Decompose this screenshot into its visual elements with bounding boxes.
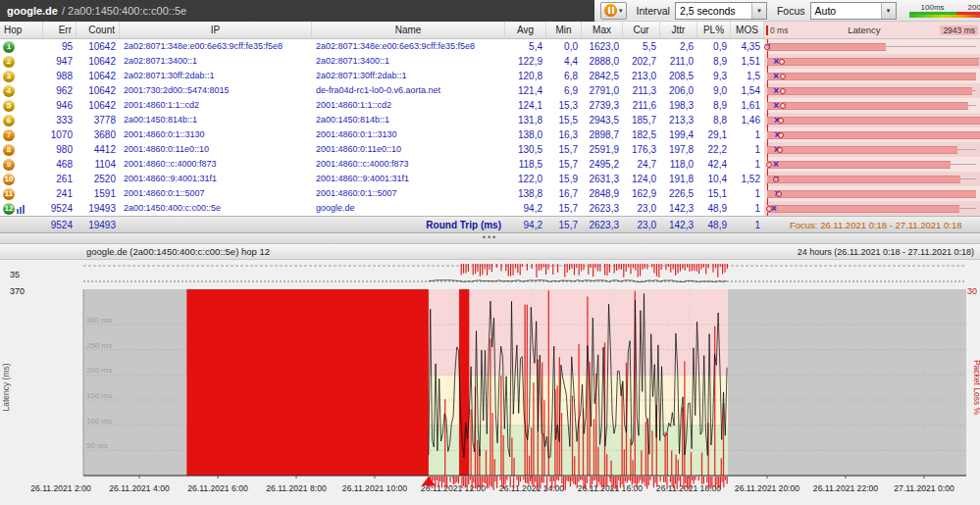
ip-cell: 2001:4860:0:1::3130: [120, 127, 312, 142]
summary-row: 9524 19493 Round Trip (ms) 94,2 15,7 262…: [0, 216, 980, 233]
hop-row[interactable]: 8 980 4412 2001:4860:0:11e0::10 2001:486…: [0, 142, 980, 157]
svg-text:370: 370: [10, 286, 25, 296]
cur-cell: 23,0: [623, 201, 660, 216]
col-pl[interactable]: PL%: [697, 22, 731, 38]
col-count[interactable]: Count: [77, 22, 120, 38]
avg-cell: 122,0: [505, 172, 546, 186]
interval-label: Interval: [637, 5, 670, 17]
hop-row[interactable]: 3 988 10642 2a02:8071:30ff:2dab::1 2a02:…: [0, 69, 980, 83]
col-name[interactable]: Name: [312, 22, 505, 38]
hop-row[interactable]: 4 962 10642 2001:730:2d00::5474:8015 de-…: [0, 83, 980, 98]
latency-range-bar: [767, 176, 960, 183]
latency-range-bar: [767, 146, 957, 154]
hop-row[interactable]: 5 946 10642 2001:4860:1:1::cd2 2001:4860…: [0, 98, 980, 113]
interval-value: 2,5 seconds: [676, 5, 751, 17]
svg-text:26.11.2021 22:00: 26.11.2021 22:00: [813, 483, 878, 493]
latency-range-bar: [767, 58, 979, 66]
jttr-cell: 226,5: [660, 186, 697, 201]
min-cell: 0,0: [546, 39, 582, 54]
avg-marker-icon: ×: [772, 158, 780, 171]
name-cell: 2a02:8071:3400::1: [312, 54, 505, 69]
err-cell: 333: [43, 113, 77, 127]
hop-latency-bar: ×: [764, 83, 980, 98]
timeline-range-label: 24 hours (26.11.2021 0:18 - 27.11.2021 0…: [798, 247, 980, 257]
pause-button[interactable]: ▾: [600, 2, 627, 20]
mos-cell: 1,61: [731, 98, 764, 113]
summary-mos: 1: [731, 220, 764, 230]
col-hop[interactable]: Hop: [0, 22, 43, 38]
svg-text:26.11.2021 8:00: 26.11.2021 8:00: [266, 483, 327, 493]
col-mos[interactable]: MOS: [731, 22, 764, 38]
name-cell: 2001:4860:0:1::3130: [312, 127, 505, 142]
cur-cell: 162,9: [623, 186, 660, 201]
jttr-cell: 211,0: [660, 54, 697, 69]
hop-latency-bar: ×: [764, 113, 980, 127]
hop-latency-bar: ×: [764, 172, 980, 186]
current-marker-icon: [766, 206, 772, 212]
mos-cell: 1,54: [731, 83, 764, 98]
min-cell: 16,3: [546, 127, 582, 142]
hop-row[interactable]: 2 947 10642 2a02:8071:3400::1 2a02:8071:…: [0, 54, 980, 69]
name-cell: 2a00:1450:814b::1: [312, 113, 505, 127]
col-err[interactable]: Err: [43, 22, 77, 38]
name-cell: 2001:4860::9:4001:31f1: [312, 172, 505, 186]
latency-range-bar: [767, 43, 886, 51]
pane-splitter[interactable]: •••: [0, 233, 980, 244]
hop-row[interactable]: 12 9524 19493 2a00:1450:400:c:c00::5e go…: [0, 201, 980, 216]
focus-range-label: Focus: 26.11.2021 0:18 - 27.11.2021 0:18: [764, 220, 980, 230]
hop-row[interactable]: 7 1070 3680 2001:4860:0:1::3130 2001:486…: [0, 127, 980, 142]
pl-cell: 29,1: [697, 127, 731, 142]
name-cell: 2001:4860:0:11e0::10: [312, 142, 505, 157]
avg-cell: 138,8: [505, 186, 546, 201]
hop-row[interactable]: 6 333 3778 2a00:1450:814b::1 2a00:1450:8…: [0, 113, 980, 127]
mos-cell: 1,46: [731, 113, 764, 127]
err-cell: 947: [43, 54, 77, 69]
cur-cell: 213,0: [623, 69, 660, 83]
pl-cell: 9,0: [697, 83, 731, 98]
chevron-down-icon: ▾: [751, 3, 766, 19]
count-cell: 4412: [77, 142, 120, 157]
col-max[interactable]: Max: [582, 22, 623, 38]
avg-cell: 130,5: [505, 142, 546, 157]
err-cell: 241: [43, 186, 77, 201]
jttr-cell: 2,6: [660, 39, 697, 54]
col-ip[interactable]: IP: [120, 22, 312, 38]
svg-text:150 ms: 150 ms: [86, 391, 112, 400]
hop-row[interactable]: 1 95 10642 2a02:8071:348e:e00:6e63:9cff:…: [0, 39, 980, 54]
focus-select[interactable]: Auto ▾: [810, 2, 897, 20]
pl-cell: 8,9: [697, 54, 731, 69]
timeline-header: google.de (2a00:1450:400:c:c00::5e) hop …: [0, 244, 980, 260]
latency-range-bar: [767, 131, 980, 139]
hop-row[interactable]: 10 261 2520 2001:4860::9:4001:31f1 2001:…: [0, 172, 980, 186]
ip-cell: 2001:4860::c:4000:f873: [120, 157, 312, 172]
col-jttr[interactable]: Jttr: [660, 22, 697, 38]
err-cell: 9524: [43, 201, 77, 216]
svg-text:30: 30: [967, 286, 977, 296]
count-cell: 10642: [77, 39, 120, 54]
timeline-panel: google.de (2a00:1450:400:c:c00::5e) hop …: [0, 244, 980, 505]
col-cur[interactable]: Cur: [623, 22, 660, 38]
interval-select[interactable]: 2,5 seconds ▾: [675, 2, 767, 20]
cur-cell: 24,7: [623, 157, 660, 172]
hop-row[interactable]: 11 241 1591 2001:4860:0:1::5007 2001:486…: [0, 186, 980, 201]
timeline-graph[interactable]: 300 ms250 ms200 ms150 ms100 ms50 ms26.11…: [0, 260, 980, 505]
max-cell: 2591,9: [582, 142, 623, 157]
ip-cell: 2001:4860:0:11e0::10: [120, 142, 312, 157]
hop-latency-bar: ×: [764, 157, 980, 172]
mos-cell: 1: [731, 142, 764, 157]
hop-status-badge: 11: [3, 188, 15, 200]
latency-range-bar: [767, 87, 972, 95]
col-avg[interactable]: Avg: [505, 22, 546, 38]
hop-row[interactable]: 9 468 1104 2001:4860::c:4000:f873 2001:4…: [0, 157, 980, 172]
svg-text:300 ms: 300 ms: [86, 316, 112, 325]
min-cell: 15,7: [546, 201, 582, 216]
chevron-down-icon: ▾: [619, 7, 623, 15]
hop-table-header: Hop Err Count IP Name Avg Min Max Cur Jt…: [0, 22, 980, 39]
min-cell: 15,3: [546, 98, 582, 113]
latency-scale-header: 0 ms Latency 2943 ms: [764, 22, 980, 38]
svg-text:26.11.2021 6:00: 26.11.2021 6:00: [187, 483, 248, 493]
col-min[interactable]: Min: [546, 22, 582, 38]
hop-latency-bar: ×: [764, 142, 980, 157]
legend-200ms-label: 200ms: [956, 3, 980, 15]
count-cell: 1591: [77, 186, 120, 201]
